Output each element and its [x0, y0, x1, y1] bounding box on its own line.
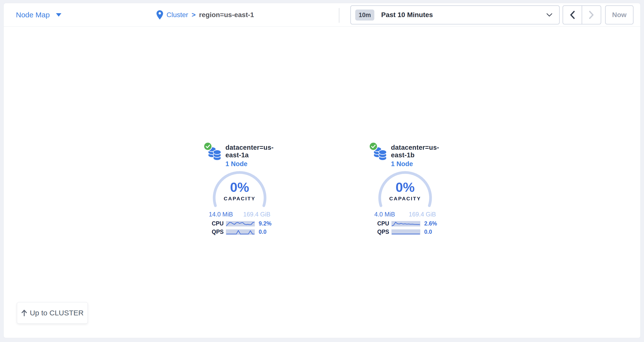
qps-label: QPS — [377, 229, 392, 235]
time-range-dropdown[interactable]: 10m Past 10 Minutes — [350, 5, 560, 24]
up-to-cluster-button[interactable]: Up to CLUSTER — [17, 302, 88, 324]
capacity-total: 169.4 GiB — [243, 211, 270, 218]
capacity-gauge-text: 0% CAPACITY — [210, 181, 269, 202]
time-range-badge: 10m — [355, 9, 374, 20]
qps-metric-row: QPS 0.0 — [212, 229, 274, 235]
header-bar: Node Map Cluster > region=us-east-1 10m … — [4, 3, 640, 27]
cpu-metric-row: CPU 9.2% — [212, 220, 274, 227]
capacity-range: 14.0 MiB 169.4 GiB — [209, 211, 270, 218]
datacenter-card-us-east-1a[interactable]: datacenter=us-east-1a 1 Node 0% CAPACITY… — [206, 143, 274, 237]
time-step-buttons — [562, 5, 601, 24]
breadcrumb-current: region=us-east-1 — [199, 11, 254, 19]
chevron-down-icon — [546, 13, 552, 17]
now-button[interactable]: Now — [605, 5, 634, 24]
cpu-label: CPU — [212, 220, 226, 227]
cpu-value: 9.2% — [259, 220, 272, 227]
cpu-metric-row: CPU 2.6% — [377, 220, 439, 227]
capacity-gauge: 0% CAPACITY — [210, 170, 269, 209]
datacenter-card-us-east-1b[interactable]: datacenter=us-east-1b 1 Node 0% CAPACITY… — [371, 143, 439, 237]
datacenter-header: datacenter=us-east-1b 1 Node — [371, 143, 439, 168]
capacity-caption: CAPACITY — [210, 196, 269, 202]
qps-sparkline — [392, 229, 420, 235]
header-divider — [339, 8, 339, 23]
view-selector-label: Node Map — [16, 11, 50, 19]
datacenter-icon-wrap — [206, 143, 222, 160]
cpu-value: 2.6% — [424, 220, 437, 227]
datacenter-node-count: 1 Node — [226, 160, 274, 168]
caret-down-icon — [56, 13, 61, 16]
capacity-range: 4.0 MiB 169.4 GiB — [374, 211, 436, 218]
time-next-button[interactable] — [582, 5, 601, 24]
qps-metric-row: QPS 0.0 — [377, 229, 439, 235]
capacity-total: 169.4 GiB — [409, 211, 436, 218]
qps-value: 0.0 — [424, 229, 432, 235]
qps-value: 0.0 — [259, 229, 266, 235]
time-range-label: Past 10 Minutes — [381, 11, 433, 19]
cpu-sparkline — [226, 221, 255, 226]
node-map-screen: Node Map Cluster > region=us-east-1 10m … — [0, 0, 644, 342]
datacenter-titles: datacenter=us-east-1a 1 Node — [226, 143, 274, 168]
capacity-percent: 0% — [210, 181, 269, 194]
up-to-cluster-label: Up to CLUSTER — [30, 309, 84, 317]
node-map-canvas: datacenter=us-east-1a 1 Node 0% CAPACITY… — [4, 27, 640, 338]
view-selector-dropdown[interactable]: Node Map — [16, 3, 61, 27]
breadcrumb-separator: > — [192, 11, 196, 19]
datacenter-icon-wrap — [372, 143, 388, 160]
qps-label: QPS — [212, 229, 226, 235]
healthy-check-icon — [204, 142, 212, 151]
datacenter-header: datacenter=us-east-1a 1 Node — [206, 143, 274, 168]
cpu-sparkline — [392, 221, 420, 226]
cpu-label: CPU — [377, 220, 392, 227]
breadcrumb: Cluster > region=us-east-1 — [156, 3, 254, 27]
healthy-check-icon — [369, 142, 378, 151]
datacenter-node-count: 1 Node — [391, 160, 439, 168]
metrics-block: CPU 2.6% QPS 0.0 — [377, 220, 439, 235]
capacity-gauge-text: 0% CAPACITY — [376, 181, 434, 202]
main-panel: Node Map Cluster > region=us-east-1 10m … — [4, 3, 640, 338]
arrow-up-icon — [21, 310, 28, 316]
capacity-percent: 0% — [376, 181, 434, 194]
capacity-used: 4.0 MiB — [374, 211, 395, 218]
breadcrumb-cluster-link[interactable]: Cluster — [166, 11, 188, 19]
metrics-block: CPU 9.2% QPS 0.0 — [212, 220, 274, 235]
chevron-left-icon — [570, 11, 575, 19]
qps-sparkline — [226, 229, 255, 235]
datacenter-titles: datacenter=us-east-1b 1 Node — [391, 143, 439, 168]
capacity-gauge: 0% CAPACITY — [376, 170, 434, 209]
time-prev-button[interactable] — [562, 5, 582, 24]
capacity-caption: CAPACITY — [376, 196, 434, 202]
capacity-used: 14.0 MiB — [209, 211, 233, 218]
chevron-right-icon — [589, 11, 594, 19]
location-pin-icon — [156, 10, 163, 19]
datacenter-name: datacenter=us-east-1b — [391, 144, 439, 159]
datacenter-name: datacenter=us-east-1a — [226, 144, 274, 159]
